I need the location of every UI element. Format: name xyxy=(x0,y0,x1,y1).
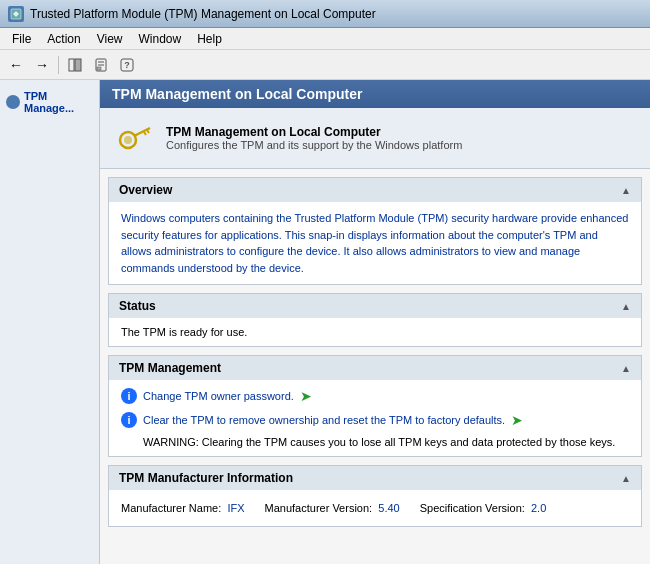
tpm-action-clear: i Clear the TPM to remove ownership and … xyxy=(121,412,629,428)
svg-rect-1 xyxy=(69,59,74,71)
menu-file[interactable]: File xyxy=(4,30,39,48)
content-header: TPM Management on Local Computer xyxy=(100,80,650,108)
menu-action[interactable]: Action xyxy=(39,30,88,48)
sidebar: TPM Manage... xyxy=(0,80,100,564)
info-icon-clear: i xyxy=(121,412,137,428)
content-area: TPM Management on Local Computer TPM Man… xyxy=(100,80,650,564)
status-collapse-icon: ▲ xyxy=(621,301,631,312)
app-header: TPM Management on Local Computer Configu… xyxy=(100,108,650,169)
svg-point-10 xyxy=(124,136,132,144)
back-button[interactable]: ← xyxy=(4,54,28,76)
action-arrow-clear: ➤ xyxy=(511,412,523,428)
menu-window[interactable]: Window xyxy=(131,30,190,48)
spec-version-label: Specification Version: 2.0 xyxy=(420,502,547,514)
toolbar: ← → ? xyxy=(0,50,650,80)
overview-header[interactable]: Overview ▲ xyxy=(109,178,641,202)
overview-text: Windows computers containing the Trusted… xyxy=(121,210,629,276)
tpm-management-header[interactable]: TPM Management ▲ xyxy=(109,356,641,380)
manufacturer-header[interactable]: TPM Manufacturer Information ▲ xyxy=(109,466,641,490)
mfr-name-value: IFX xyxy=(227,502,244,514)
overview-title: Overview xyxy=(119,183,172,197)
app-header-title: TPM Management on Local Computer xyxy=(166,125,462,139)
content-header-text: TPM Management on Local Computer xyxy=(112,86,362,102)
menu-bar: File Action View Window Help xyxy=(0,28,650,50)
svg-line-12 xyxy=(144,132,146,135)
tpm-management-section: TPM Management ▲ i Change TPM owner pass… xyxy=(108,355,642,457)
sidebar-item-label: TPM Manage... xyxy=(24,90,93,114)
manufacturer-collapse-icon: ▲ xyxy=(621,473,631,484)
app-header-desc: Configures the TPM and its support by th… xyxy=(166,139,462,151)
show-hide-button[interactable] xyxy=(63,54,87,76)
app-header-text: TPM Management on Local Computer Configu… xyxy=(166,125,462,151)
title-bar-text: Trusted Platform Module (TPM) Management… xyxy=(30,7,376,21)
svg-text:?: ? xyxy=(124,60,130,70)
clear-tpm-warning: WARNING: Clearing the TPM causes you to … xyxy=(143,436,629,448)
svg-rect-6 xyxy=(97,67,101,70)
properties-button[interactable] xyxy=(89,54,113,76)
main-layout: TPM Manage... TPM Management on Local Co… xyxy=(0,80,650,564)
overview-body: Windows computers containing the Trusted… xyxy=(109,202,641,284)
sidebar-tpm-icon xyxy=(6,95,20,109)
tpm-management-collapse-icon: ▲ xyxy=(621,363,631,374)
overview-section: Overview ▲ Windows computers containing … xyxy=(108,177,642,285)
mfr-name-label: Manufacturer Name: IFX xyxy=(121,502,245,514)
forward-button[interactable]: → xyxy=(30,54,54,76)
manufacturer-info: Manufacturer Name: IFX Manufacturer Vers… xyxy=(121,498,629,518)
tpm-action-change-password: i Change TPM owner password. ➤ xyxy=(121,388,629,404)
menu-help[interactable]: Help xyxy=(189,30,230,48)
svg-rect-2 xyxy=(75,59,81,71)
toolbar-separator-1 xyxy=(58,56,59,74)
status-section: Status ▲ The TPM is ready for use. xyxy=(108,293,642,347)
mfr-version-value: 5.40 xyxy=(378,502,399,514)
change-password-link[interactable]: Change TPM owner password. xyxy=(143,390,294,402)
status-body: The TPM is ready for use. xyxy=(109,318,641,346)
mfr-version-label: Manufacturer Version: 5.40 xyxy=(265,502,400,514)
manufacturer-title: TPM Manufacturer Information xyxy=(119,471,293,485)
status-header[interactable]: Status ▲ xyxy=(109,294,641,318)
help-button[interactable]: ? xyxy=(115,54,139,76)
title-bar: Trusted Platform Module (TPM) Management… xyxy=(0,0,650,28)
app-icon xyxy=(8,6,24,22)
overview-collapse-icon: ▲ xyxy=(621,185,631,196)
status-text: The TPM is ready for use. xyxy=(121,326,629,338)
spec-version-value: 2.0 xyxy=(531,502,546,514)
status-title: Status xyxy=(119,299,156,313)
menu-view[interactable]: View xyxy=(89,30,131,48)
clear-tpm-link[interactable]: Clear the TPM to remove ownership and re… xyxy=(143,414,505,426)
manufacturer-section: TPM Manufacturer Information ▲ Manufactu… xyxy=(108,465,642,527)
tpm-management-body: i Change TPM owner password. ➤ i Clear t… xyxy=(109,380,641,456)
tpm-management-title: TPM Management xyxy=(119,361,221,375)
action-arrow-change: ➤ xyxy=(300,388,312,404)
sidebar-item-tpm[interactable]: TPM Manage... xyxy=(0,84,99,120)
info-icon-change: i xyxy=(121,388,137,404)
svg-line-13 xyxy=(147,130,149,133)
app-header-icon xyxy=(114,118,154,158)
manufacturer-body: Manufacturer Name: IFX Manufacturer Vers… xyxy=(109,490,641,526)
